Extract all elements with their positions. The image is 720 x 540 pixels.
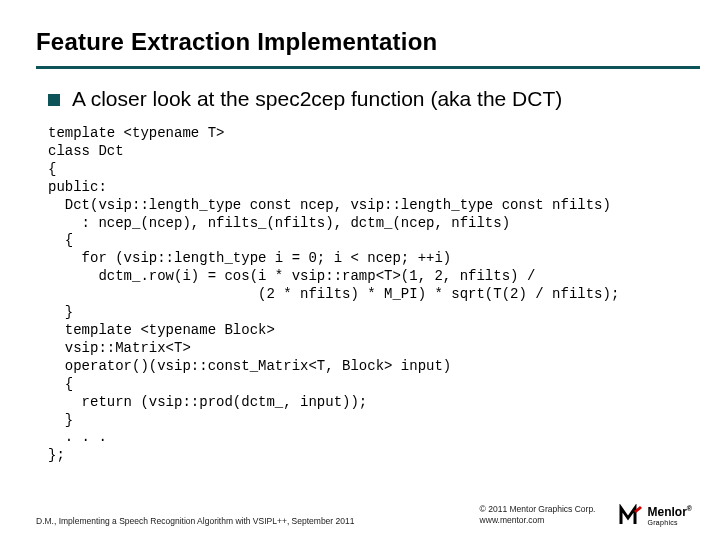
code-block: template <typename T> class Dct { public… — [48, 125, 684, 465]
copyright: © 2011 Mentor Graphics Corp. www.mentor.… — [480, 504, 596, 526]
logo-mark-icon — [619, 504, 645, 526]
bullet-item: A closer look at the spec2cep function (… — [48, 87, 684, 111]
footer-left-text: D.M., Implementing a Speech Recognition … — [36, 516, 354, 526]
content-area: A closer look at the spec2cep function (… — [0, 69, 720, 465]
title-area: Feature Extraction Implementation — [0, 0, 720, 60]
bullet-text: A closer look at the spec2cep function (… — [72, 87, 562, 111]
logo-sub: Graphics — [647, 519, 692, 526]
copyright-line2: www.mentor.com — [480, 515, 596, 526]
footer-right: © 2011 Mentor Graphics Corp. www.mentor.… — [480, 504, 692, 526]
logo-text-block: Menlor® Graphics — [647, 505, 692, 526]
bullet-square-icon — [48, 94, 60, 106]
logo-name: Menlor® — [647, 505, 692, 518]
slide: Feature Extraction Implementation A clos… — [0, 0, 720, 540]
footer: D.M., Implementing a Speech Recognition … — [36, 504, 692, 526]
page-title: Feature Extraction Implementation — [36, 28, 684, 56]
copyright-line1: © 2011 Mentor Graphics Corp. — [480, 504, 596, 515]
mentor-logo: Menlor® Graphics — [619, 504, 692, 526]
